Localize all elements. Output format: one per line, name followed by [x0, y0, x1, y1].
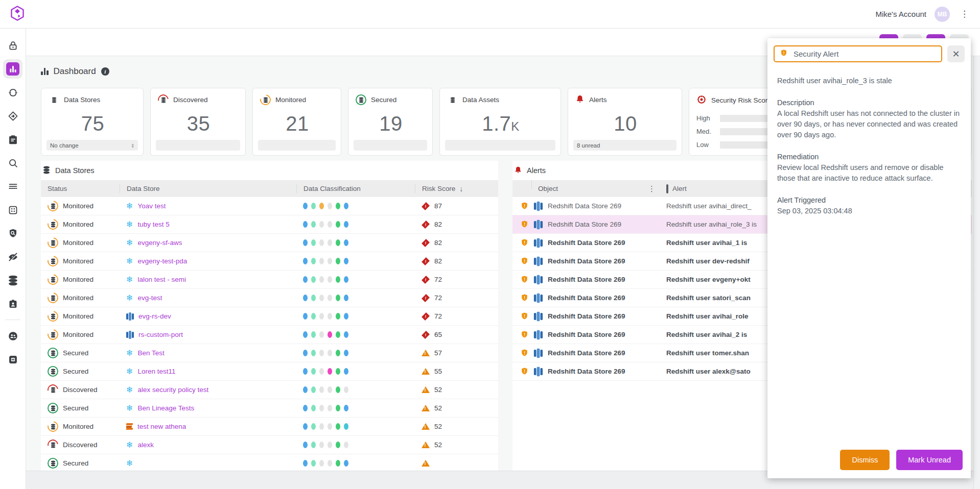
- column-status[interactable]: Status: [41, 184, 120, 193]
- app-logo-icon[interactable]: [9, 5, 26, 23]
- status-label: Monitored: [63, 423, 94, 430]
- data-store-link[interactable]: evgeny-sf-aws: [137, 239, 182, 247]
- column-data-classification[interactable]: Data Classification: [296, 184, 415, 193]
- snowflake-icon: ❄: [126, 202, 133, 210]
- sidebar-item-database[interactable]: [3, 271, 22, 290]
- sidebar-item-id-badge[interactable]: [3, 294, 22, 313]
- redshift-icon: [534, 366, 543, 376]
- dismiss-button[interactable]: Dismiss: [840, 450, 890, 470]
- data-store-link[interactable]: Yoav test: [137, 202, 166, 210]
- data-store-link[interactable]: Loren test11: [137, 368, 175, 375]
- redshift-icon: [534, 348, 543, 357]
- data-store-row[interactable]: Monitored❄evg-test72: [41, 289, 498, 307]
- data-store-link[interactable]: lalon test - semi: [137, 276, 186, 283]
- status-monitored-icon: [48, 311, 58, 322]
- snowflake-icon: ❄: [126, 221, 133, 229]
- database-secured-icon: [356, 94, 366, 105]
- column-data-store[interactable]: Data Store: [120, 184, 296, 193]
- sidebar-item-settings[interactable]: [3, 350, 22, 369]
- sidebar-item-audit-list[interactable]: [3, 177, 22, 196]
- stat-card-data-stores[interactable]: Data Stores75No change▲▼: [41, 88, 144, 156]
- alert-subtitle: Redshift user avihai_role_3 is stale: [777, 76, 961, 86]
- sidebar-item-route-diamond[interactable]: [3, 106, 22, 126]
- mark-unread-button[interactable]: Mark Unread: [896, 450, 963, 470]
- stat-card-secured[interactable]: Secured19: [348, 88, 433, 156]
- sort-descending-icon[interactable]: ↓: [459, 185, 463, 193]
- sidebar-item-shield-search[interactable]: [3, 224, 22, 243]
- card-label: Security Risk Score: [711, 96, 772, 104]
- data-store-row[interactable]: Monitoredrs-custom-port65: [41, 326, 498, 344]
- data-store-row[interactable]: Secured❄Ben Test57: [41, 344, 498, 362]
- column-risk-score[interactable]: Risk Score↓: [415, 184, 498, 193]
- data-store-row[interactable]: Monitored❄evgeny-sf-aws82: [41, 234, 498, 252]
- section-title-text: Data Stores: [55, 166, 95, 175]
- sidebar-item-scan[interactable]: [3, 83, 22, 102]
- sidebar-item-users[interactable]: [3, 326, 22, 346]
- status-label: Monitored: [63, 257, 94, 265]
- data-store-link[interactable]: Ben Test: [137, 349, 164, 357]
- sidebar-item-dashboard-bars[interactable]: [3, 59, 22, 79]
- risk-medium-icon: [422, 442, 430, 448]
- data-store-row[interactable]: Monitored❄Yoav test87: [41, 197, 498, 215]
- classification-dots: [303, 460, 348, 467]
- sidebar-divider: [5, 320, 20, 320]
- risk-score-value: 72: [434, 294, 442, 302]
- data-store-row[interactable]: Discovered❄alex security policy test52: [41, 381, 498, 399]
- data-store-link[interactable]: test new athena: [137, 423, 186, 430]
- data-store-row[interactable]: Monitored❄lalon test - semi72: [41, 271, 498, 289]
- bell-icon: [575, 94, 585, 105]
- page-scrollbar[interactable]: [973, 56, 980, 489]
- redshift-icon: [534, 275, 543, 284]
- data-store-link[interactable]: tuby test 5: [137, 221, 169, 228]
- card-value: 75: [49, 112, 137, 135]
- alert-severity-icon: [520, 366, 529, 376]
- target-icon: [696, 94, 707, 106]
- more-options-icon[interactable]: ⋮: [958, 9, 971, 19]
- sidebar-item-eye-off[interactable]: [3, 247, 22, 266]
- status-label: Monitored: [63, 221, 94, 228]
- data-store-row[interactable]: Secured❄Ben Lineage Tests52: [41, 399, 498, 418]
- status-label: Monitored: [63, 239, 94, 247]
- account-name[interactable]: Mike's Account: [875, 10, 926, 18]
- data-store-link[interactable]: rs-custom-port: [138, 331, 183, 338]
- data-store-link[interactable]: evgeny-test-pda: [137, 257, 187, 265]
- column-resize-handle[interactable]: [666, 184, 668, 193]
- stat-card-discovered[interactable]: Discovered35: [150, 88, 246, 156]
- data-store-link[interactable]: alexk: [137, 441, 154, 449]
- data-store-row[interactable]: Monitored❄evgeny-test-pda82: [41, 252, 498, 271]
- stat-card-data-assets[interactable]: Data Assets1.7K: [439, 88, 561, 156]
- data-store-link[interactable]: evg-rs-dev: [138, 312, 171, 320]
- data-store-link[interactable]: alex security policy test: [137, 386, 208, 394]
- column-object[interactable]: Object ⋮: [512, 184, 661, 193]
- database-icon: [447, 94, 458, 105]
- redshift-icon: [534, 219, 543, 229]
- alert-severity-icon: [520, 201, 529, 211]
- info-icon[interactable]: i: [101, 67, 109, 76]
- sidebar-item-lock[interactable]: [3, 36, 22, 55]
- sidebar-item-search[interactable]: [3, 153, 22, 173]
- stat-card-monitored[interactable]: Monitored21: [252, 88, 341, 156]
- status-monitored-icon: [48, 292, 58, 303]
- alert-severity-icon: [520, 219, 529, 229]
- classification-dots: [303, 368, 348, 375]
- card-value: 10: [575, 112, 675, 135]
- user-avatar[interactable]: MB: [935, 7, 950, 22]
- data-store-row[interactable]: Secured❄: [41, 454, 498, 471]
- data-store-row[interactable]: Monitoredtest new athena52: [41, 418, 498, 436]
- classification-dots: [303, 276, 348, 283]
- close-icon[interactable]: ✕: [947, 45, 965, 62]
- data-store-link[interactable]: evg-test: [137, 294, 162, 302]
- stat-card-alerts[interactable]: Alerts108 unread: [568, 88, 682, 156]
- column-menu-icon[interactable]: ⋮: [648, 184, 656, 193]
- risk-score-value: 52: [434, 441, 442, 449]
- data-store-row[interactable]: Discovered❄alexk52: [41, 436, 498, 454]
- sidebar-item-clipboard[interactable]: [3, 130, 22, 149]
- data-store-row[interactable]: Secured❄Loren test1155: [41, 362, 498, 381]
- data-store-row[interactable]: Monitored❄tuby test 582: [41, 215, 498, 234]
- data-store-row[interactable]: Monitoredevg-rs-dev72: [41, 307, 498, 326]
- redshift-icon: [534, 311, 543, 321]
- data-store-link[interactable]: Ben Lineage Tests: [137, 404, 194, 412]
- alert-type-chip[interactable]: Security Alert: [774, 45, 942, 62]
- data-stores-section-title: Data Stores: [41, 161, 498, 180]
- sidebar-item-apps-grid[interactable]: [3, 200, 22, 219]
